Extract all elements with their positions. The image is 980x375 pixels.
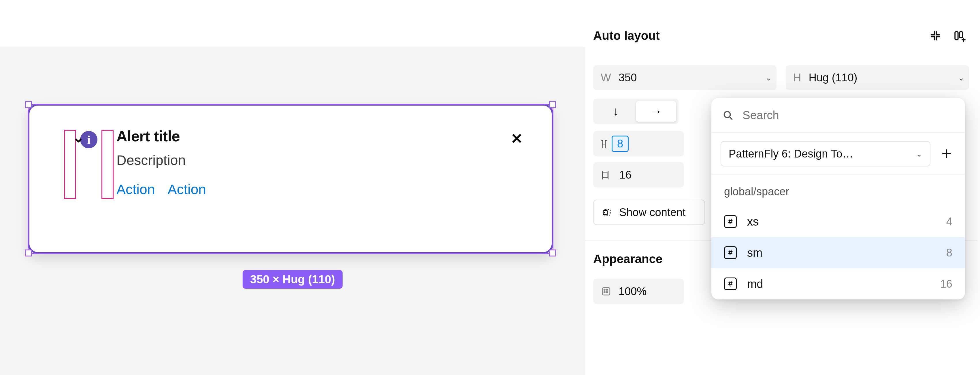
- inspector-panel: Auto layout W: [585, 0, 977, 375]
- token-row-md[interactable]: # md 16: [711, 268, 965, 299]
- opacity-icon: [601, 286, 611, 296]
- token-row-sm[interactable]: # sm 8: [711, 237, 965, 268]
- direction-horizontal-button[interactable]: →: [636, 101, 676, 122]
- token-row-xs[interactable]: # xs 4: [711, 206, 965, 237]
- padding-value: 16: [619, 169, 632, 181]
- svg-rect-1: [959, 32, 963, 38]
- chevron-down-icon[interactable]: ⌄: [958, 73, 964, 83]
- token-group-label: global/spacer: [711, 175, 965, 206]
- svg-rect-4: [602, 287, 610, 295]
- clip-content-button[interactable]: Show content: [593, 199, 705, 225]
- panel-section-title: Auto layout: [593, 29, 660, 43]
- svg-point-5: [604, 289, 605, 290]
- height-input[interactable]: H Hug (110) ⌄: [786, 65, 969, 90]
- search-icon: [723, 110, 733, 121]
- svg-rect-0: [955, 32, 958, 40]
- chevron-down-icon: ⌄: [916, 149, 922, 159]
- direction-toggle: ↓ →: [593, 99, 679, 124]
- gap-icon: ]·[: [601, 139, 606, 148]
- chevron-down-icon[interactable]: ⌄: [765, 73, 772, 83]
- svg-point-6: [606, 289, 608, 290]
- svg-point-7: [604, 292, 605, 293]
- add-variable-button[interactable]: [937, 145, 956, 163]
- clip-icon: [602, 207, 612, 217]
- gap-input[interactable]: ]·[ 8: [593, 131, 684, 156]
- number-variable-icon: #: [724, 246, 737, 259]
- svg-rect-3: [603, 211, 607, 215]
- library-select[interactable]: PatternFly 6: Design To… ⌄: [721, 141, 931, 166]
- width-input[interactable]: W 350 ⌄: [593, 65, 776, 90]
- search-input[interactable]: [742, 109, 953, 122]
- variable-picker-popover: PatternFly 6: Design To… ⌄ global/spacer…: [711, 98, 965, 299]
- number-variable-icon: #: [724, 278, 737, 290]
- number-variable-icon: #: [724, 215, 737, 228]
- direction-vertical-button[interactable]: ↓: [595, 101, 636, 122]
- opacity-value: 100%: [619, 285, 646, 298]
- gap-value[interactable]: 8: [612, 136, 628, 152]
- svg-point-8: [606, 292, 608, 293]
- design-canvas[interactable]: ⌄ i Alert title Description Action Actio…: [0, 0, 585, 375]
- popover-search-row: [711, 98, 965, 133]
- padding-input[interactable]: |□| 16: [593, 162, 684, 187]
- collapse-icon[interactable]: [930, 30, 941, 41]
- selection-size-badge: 350 × Hug (110): [243, 270, 343, 289]
- padding-icon: |□|: [601, 170, 608, 180]
- add-autolayout-icon[interactable]: [953, 30, 966, 42]
- opacity-input[interactable]: 100%: [593, 279, 684, 304]
